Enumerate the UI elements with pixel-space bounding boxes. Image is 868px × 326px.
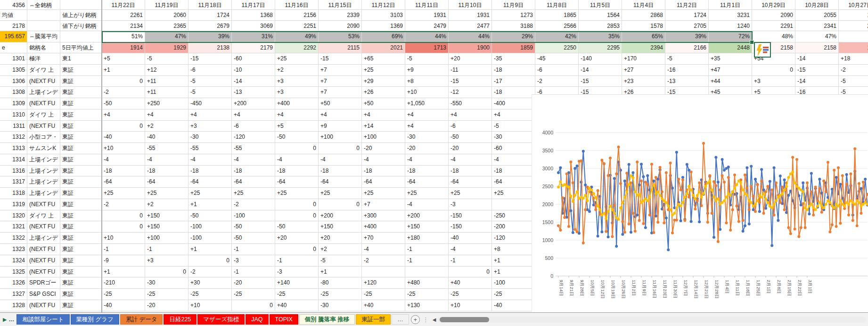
change-value[interactable]: -18 [405,166,449,177]
advancers-value[interactable]: 1724 [665,10,709,21]
change-value[interactable]: -1 [232,244,275,255]
advancers-value[interactable]: 2055 [795,10,839,21]
change-value[interactable]: +27 [622,65,665,76]
change-value[interactable]: +26 [362,87,405,98]
change-value[interactable]: +150 [145,221,188,233]
avg5-value[interactable]: 2448 [709,42,752,53]
advancers-value[interactable]: 1724 [188,10,232,21]
stock-code[interactable]: 1314 [0,154,27,166]
change-value[interactable]: +3 [275,76,319,87]
change-value[interactable]: +40 [362,300,405,311]
decliners-value[interactable]: 2853 [579,21,622,31]
ratio-value[interactable]: 47% [145,31,188,42]
change-value[interactable]: +200 [405,210,449,222]
change-value[interactable]: +25 [145,188,188,199]
stock-name[interactable]: 上場インデ [27,233,60,244]
change-value[interactable]: +5 [275,121,319,132]
date-header[interactable]: 11月18日 [188,0,232,10]
change-value[interactable]: -18 [492,166,535,177]
change-value[interactable]: -6 [535,65,579,76]
change-value[interactable]: -4 [405,199,449,210]
change-value[interactable]: -25 [275,289,319,300]
stock-code[interactable]: 1313 [0,143,27,154]
change-value[interactable]: -64 [232,176,275,188]
change-value[interactable]: +4 [102,109,145,121]
market-label[interactable]: 東証 [60,289,102,300]
change-value[interactable]: -5 [492,121,535,132]
stock-code[interactable]: 1325 [0,267,27,278]
date-header[interactable]: 10月27日 [839,0,868,10]
market-label[interactable]: 東証 [60,300,102,311]
stock-code[interactable]: 1324 [0,255,27,267]
change-value[interactable]: -60 [232,53,275,65]
change-value[interactable]: +10 [102,143,145,154]
date-header[interactable]: 11月16日 [275,0,319,10]
stock-code[interactable]: 1305 [0,65,27,76]
change-value[interactable]: -100 [492,277,535,289]
change-value[interactable]: +120 [362,277,405,289]
date-header[interactable]: 11月17日 [232,0,275,10]
change-value[interactable]: +1 [102,65,145,76]
date-header[interactable]: 11月4日 [622,0,665,10]
avg5-value[interactable]: 2394 [622,42,665,53]
change-value[interactable]: +40 [449,277,492,289]
change-value[interactable]: -18 [102,166,145,177]
decliners-value[interactable]: 1578 [622,21,665,31]
change-value[interactable]: -20 [449,143,492,154]
stock-name[interactable]: ダイワ 上 [27,210,60,222]
avg5-value[interactable]: 1929 [145,42,188,53]
change-value[interactable]: -13 [232,87,275,98]
decliners-value[interactable]: 3069 [232,21,275,31]
cell[interactable] [27,21,60,31]
change-value[interactable]: +3 [188,121,232,132]
stock-name[interactable]: (NEXT FU [27,255,60,267]
change-value[interactable]: +30 [188,277,232,289]
sheet-tab[interactable]: 個別 騰落率 推移 [299,314,355,325]
stock-name[interactable]: S&P GSCI [27,289,60,300]
change-value[interactable]: +11 [145,76,188,87]
change-value[interactable]: +150 [145,210,188,222]
date-header[interactable]: 11月2日 [665,0,709,10]
change-value[interactable]: 0 [449,267,492,278]
change-value[interactable]: -35 [492,53,535,65]
market-label[interactable]: 東証 [60,154,102,166]
change-value[interactable]: -45 [535,53,579,65]
avg5-value[interactable]: 1900 [449,42,492,53]
change-value[interactable]: 0 [275,210,319,222]
stock-code[interactable]: 1301 [0,53,27,65]
ratio-value[interactable]: 39% [188,31,232,42]
change-value[interactable]: -100 [188,233,232,244]
market-label[interactable]: 東証 [60,65,102,76]
change-value[interactable]: +18 [839,53,868,65]
decliners-label[interactable]: 値下がり銘柄 [60,21,102,31]
change-value[interactable]: -4 [492,154,535,166]
stock-name[interactable]: 上場インデ [27,176,60,188]
decliners-value[interactable]: 2566 [535,21,579,31]
decliners-value[interactable]: 3188 [492,21,535,31]
advancers-label[interactable]: 値上がり銘柄 [60,10,102,21]
change-value[interactable]: +2 [145,121,188,132]
decliners-value[interactable]: 2365 [145,21,188,31]
change-value[interactable]: +20 [319,233,362,244]
change-value[interactable]: -25 [492,289,535,300]
change-value[interactable]: -25 [102,289,145,300]
stock-code[interactable]: 1312 [0,132,27,143]
avg5-value[interactable]: 2292 [275,42,319,53]
change-value[interactable]: -3 [232,255,275,267]
change-value[interactable]: -25 [449,289,492,300]
change-value[interactable]: -64 [362,176,405,188]
change-value[interactable]: -120 [492,233,535,244]
ratio-value[interactable]: 49% [275,31,319,42]
change-value[interactable]: +100 [362,132,405,143]
date-header[interactable]: 11月11日 [405,0,449,10]
decliners-value[interactable]: 1369 [362,21,405,31]
ratio-label[interactable]: ⇔騰落平均 [27,31,60,42]
ratio-value[interactable]: 69% [362,31,405,42]
change-value[interactable]: -25 [362,289,405,300]
change-value[interactable]: -64 [492,176,535,188]
market-label[interactable]: 東証 [60,121,102,132]
change-value[interactable]: -40 [102,300,145,311]
change-value[interactable]: -2 [102,199,145,210]
decliners-value[interactable]: 2479 [405,21,449,31]
advancers-value[interactable]: 2339 [319,10,362,21]
